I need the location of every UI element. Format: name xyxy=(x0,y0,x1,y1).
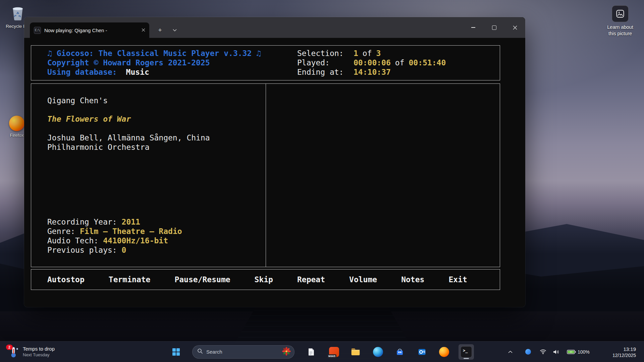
learn-about-line2: this picture xyxy=(600,31,641,37)
recycle-bin-icon xyxy=(10,16,25,22)
played-total: 00:51:40 xyxy=(409,58,446,67)
menu-repeat[interactable]: Repeat xyxy=(297,275,325,284)
firefox-icon xyxy=(9,116,24,131)
tray-battery-button[interactable]: 100% xyxy=(567,349,590,355)
search-box[interactable]: Search xyxy=(192,345,294,359)
terminal-icon xyxy=(461,346,472,358)
taskbar-app-outlook[interactable] xyxy=(415,345,429,359)
chevron-up-icon xyxy=(508,351,513,353)
microsoft-store-icon xyxy=(394,347,405,357)
now-playing-pane: Qigang Chen's The Flowers of War Joshua … xyxy=(31,84,266,267)
taskbar-app-edge[interactable] xyxy=(371,345,385,359)
tray-show-hidden-icons[interactable] xyxy=(505,345,515,359)
tray-app-icon xyxy=(525,349,531,355)
m365-icon: M365 xyxy=(329,347,339,357)
tray-network-button[interactable] xyxy=(538,345,548,359)
document-icon xyxy=(306,347,316,357)
tab-title: Now playing: Qigang Chen - xyxy=(44,27,138,33)
outlook-icon xyxy=(417,347,427,357)
search-placeholder: Search xyxy=(206,349,281,355)
spacer xyxy=(47,105,266,114)
composer-name: Qigang Chen's xyxy=(47,96,266,105)
minimize-button[interactable] xyxy=(463,17,484,38)
volume-icon xyxy=(553,349,559,355)
folder-icon xyxy=(350,347,361,357)
taskbar-app-m365[interactable]: M365 xyxy=(327,345,341,359)
m365-badge: M365 xyxy=(327,354,336,358)
learn-about-picture-icon xyxy=(612,5,629,22)
clock-date: 12/12/2025 xyxy=(592,352,636,358)
terminal-window: C:\ Now playing: Qigang Chen - + xyxy=(24,17,525,307)
weather-icon: 2 xyxy=(7,346,19,358)
taskbar-app-document[interactable] xyxy=(304,345,318,359)
recording-year-line: Recording Year: 2011 xyxy=(47,217,182,227)
terminal-tab[interactable]: C:\ Now playing: Qigang Chen - xyxy=(30,22,149,38)
selection-total: 3 xyxy=(376,49,381,58)
battery-percent: 100% xyxy=(578,349,590,355)
weather-headline: Temps to drop xyxy=(23,346,55,352)
taskbar: 2 Temps to drop Next Tuesday Search xyxy=(0,341,644,362)
menu-pause-resume[interactable]: Pause/Resume xyxy=(174,275,230,284)
battery-icon xyxy=(567,350,576,354)
database-label: Using database: xyxy=(47,68,117,76)
weather-subline: Next Tuesday xyxy=(23,352,55,358)
terminal-content: ♫ Giocoso: The Classical Music Player v.… xyxy=(24,38,525,307)
maximize-button[interactable] xyxy=(484,17,504,38)
weather-widget[interactable]: 2 Temps to drop Next Tuesday xyxy=(5,345,57,359)
tab-close-icon[interactable] xyxy=(142,27,145,33)
menu-autostop[interactable]: Autostop xyxy=(47,275,85,284)
cmd-icon: C:\ xyxy=(34,27,41,34)
learn-about-picture-widget[interactable]: Learn about this picture xyxy=(600,5,641,37)
search-icon xyxy=(197,348,203,355)
tray-app-button[interactable] xyxy=(523,345,533,359)
giocoso-header-box: ♫ Giocoso: The Classical Music Player v.… xyxy=(31,45,500,80)
close-icon xyxy=(513,25,517,30)
maximize-icon xyxy=(492,25,496,30)
database-value: Music xyxy=(126,68,149,76)
taskbar-app-microsoft-store[interactable] xyxy=(393,345,407,359)
selection-label: Selection: xyxy=(297,49,354,58)
genre-line: Genre: Film – Theatre – Radio xyxy=(47,227,182,236)
window-titlebar[interactable]: C:\ Now playing: Qigang Chen - + xyxy=(24,17,525,38)
menu-exit[interactable]: Exit xyxy=(448,275,467,284)
new-tab-button[interactable]: + xyxy=(154,23,166,37)
selection-current: 1 xyxy=(354,49,358,58)
edge-icon xyxy=(373,347,383,357)
menu-volume[interactable]: Volume xyxy=(349,275,377,284)
spacer xyxy=(47,124,266,133)
played-elapsed: 00:00:06 xyxy=(354,58,391,67)
giocoso-menu-bar: Autostop Terminate Pause/Resume Skip Rep… xyxy=(31,269,500,290)
firefox-taskbar-icon xyxy=(439,347,449,357)
close-button[interactable] xyxy=(504,17,525,38)
active-app-indicator xyxy=(464,358,469,359)
tray-volume-button[interactable] xyxy=(551,345,561,359)
weather-badge: 2 xyxy=(6,345,13,350)
desktop-screen: Recycle Bin Firefox Learn about this pic… xyxy=(0,0,644,362)
played-row: Played:00:00:06of00:51:40 xyxy=(297,58,446,67)
taskbar-clock[interactable]: 13:19 12/12/2025 xyxy=(592,346,636,358)
taskbar-app-terminal[interactable] xyxy=(459,344,474,360)
windows-logo-icon xyxy=(172,348,180,356)
menu-skip[interactable]: Skip xyxy=(255,275,273,284)
ending-label: Ending at: xyxy=(297,67,354,77)
poinsettia-icon xyxy=(281,346,291,358)
performers: Joshua Bell, Allmänna Sången, China Phil… xyxy=(47,133,249,152)
taskbar-app-file-explorer[interactable] xyxy=(349,345,362,359)
played-label: Played: xyxy=(297,58,354,67)
menu-notes[interactable]: Notes xyxy=(401,275,424,284)
tab-dropdown-icon[interactable] xyxy=(169,23,180,37)
ending-time: 14:10:37 xyxy=(354,68,391,76)
giocoso-main-box: Qigang Chen's The Flowers of War Joshua … xyxy=(31,83,500,267)
work-title: The Flowers of War xyxy=(47,115,131,123)
taskbar-app-firefox[interactable] xyxy=(437,345,451,359)
selection-row: Selection:1of3 xyxy=(297,49,446,58)
clock-time: 13:19 xyxy=(592,346,636,352)
menu-terminate[interactable]: Terminate xyxy=(109,275,151,284)
previous-plays-line: Previous plays: 0 xyxy=(47,245,182,255)
learn-about-line1: Learn about xyxy=(600,24,641,31)
start-button[interactable] xyxy=(169,345,183,359)
audio-tech-line: Audio Tech: 44100Hz/16-bit xyxy=(47,236,182,245)
wifi-icon xyxy=(540,349,546,354)
ending-row: Ending at:14:10:37 xyxy=(297,67,446,77)
minimize-icon xyxy=(471,27,475,28)
